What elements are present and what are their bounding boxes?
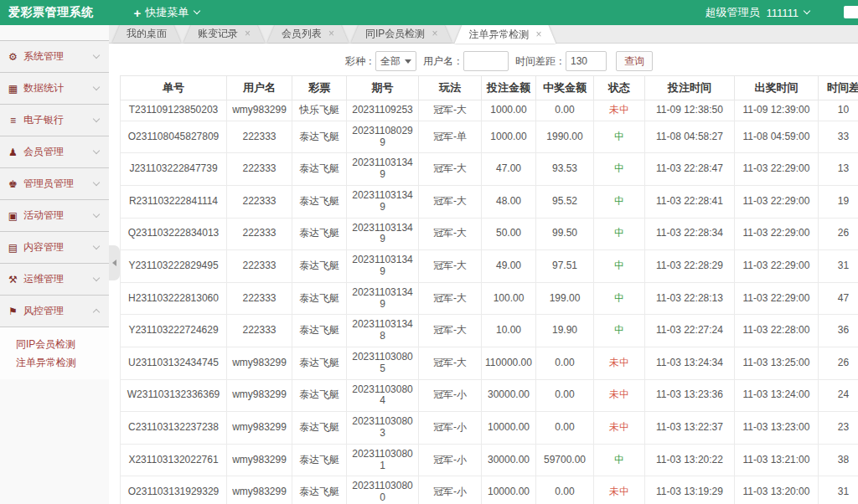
cell-bet-time: 11-03 22:28:47 xyxy=(645,153,735,186)
table-row: T231109123850203wmy983299快乐飞艇20231109253… xyxy=(121,100,858,121)
cell-time-diff: 33 xyxy=(819,121,858,153)
chevron-icon xyxy=(93,51,100,58)
cell-bet-amount: 1000.00 xyxy=(482,100,536,121)
sidebar-item[interactable]: ♚ 管理员管理 xyxy=(0,168,109,200)
quick-menu-button[interactable]: + 快捷菜单 xyxy=(134,5,200,20)
member-icon: ♟ xyxy=(7,147,19,158)
username-label: 用户名： xyxy=(423,54,463,69)
logout-icon[interactable] xyxy=(844,6,858,18)
cell-order-no: W231103132336369 xyxy=(121,379,227,412)
cell-win-amount: 0.00 xyxy=(536,379,594,412)
bet-anomaly-table: 单号用户名彩票期号玩法投注金额中奖金额状态投注时间出奖时间时间差 T231109… xyxy=(120,75,858,504)
tab[interactable]: 我的桌面 xyxy=(112,25,181,43)
cell-win-amount: 0.00 xyxy=(536,412,594,445)
content-icon: ▤ xyxy=(7,242,19,254)
sidebar-collapse-handle[interactable] xyxy=(109,245,120,280)
lottery-type-select[interactable]: 全部 xyxy=(375,51,416,71)
tab[interactable]: 账变记录× xyxy=(183,25,265,43)
cell-play: 冠军-大 xyxy=(419,315,482,347)
cell-username: wmy983299 xyxy=(227,444,292,476)
cell-draw-time: 11-03 22:29:00 xyxy=(735,153,819,186)
tab[interactable]: 同IP会员检测× xyxy=(351,25,452,43)
sidebar-item-label: 管理员管理 xyxy=(23,177,74,191)
cell-win-amount: 0.00 xyxy=(536,476,594,504)
username-input[interactable] xyxy=(463,51,509,71)
table-row: W231103132336369wmy983299泰达飞艇20231103080… xyxy=(121,379,858,412)
cell-draw-time: 11-03 13:20:00 xyxy=(735,476,819,504)
chevron-icon xyxy=(93,115,100,121)
cell-lottery: 泰达飞艇 xyxy=(292,444,347,476)
cell-win-amount: 93.53 xyxy=(536,153,594,186)
cell-time-diff: 47 xyxy=(819,282,858,315)
sidebar-item[interactable]: ▣ 活动管理 xyxy=(0,200,109,232)
cell-lottery: 泰达飞艇 xyxy=(292,250,347,283)
risk-icon: ⚑ xyxy=(7,306,19,317)
cell-lottery: 泰达飞艇 xyxy=(292,121,347,153)
sidebar-item-label: 内容管理 xyxy=(23,240,64,255)
cell-issue-no: 202311030803 xyxy=(347,412,419,445)
sidebar-item[interactable]: ▤ 内容管理 xyxy=(0,232,109,264)
cell-lottery: 泰达飞艇 xyxy=(292,379,347,412)
sidebar-item[interactable]: ≡ 电子银行 xyxy=(0,105,109,136)
cell-status: 未中 xyxy=(594,347,645,379)
column-header-bet-time: 投注时间 xyxy=(645,76,735,100)
column-header-lottery: 彩票 xyxy=(292,76,347,100)
activity-icon: ▣ xyxy=(7,210,19,222)
cell-status: 未中 xyxy=(594,412,645,445)
cell-username: 222333 xyxy=(227,282,292,315)
cell-draw-time: 11-03 13:25:00 xyxy=(735,347,819,379)
cell-draw-time: 11-03 22:29:00 xyxy=(735,218,819,250)
cell-bet-time: 11-03 13:24:34 xyxy=(645,347,735,379)
cell-bet-time: 11-03 22:27:24 xyxy=(645,315,735,347)
chevron-icon xyxy=(93,274,100,280)
cell-lottery: 泰达飞艇 xyxy=(292,412,347,445)
column-header-order-no: 单号 xyxy=(121,76,227,100)
admin-dropdown[interactable]: 超级管理员 111111 xyxy=(705,5,809,20)
cell-bet-amount: 1000.00 xyxy=(482,121,536,153)
sidebar-subitem[interactable]: 注单异常检测 xyxy=(0,353,109,372)
sidebar-item[interactable]: ▦ 数据统计 xyxy=(0,73,109,105)
table-row: Q231103222834013222333泰达飞艇202311031349冠军… xyxy=(121,218,858,250)
cell-bet-time: 11-03 13:20:22 xyxy=(645,444,735,476)
cell-issue-no: 202311030800 xyxy=(347,476,419,504)
cell-status: 中 xyxy=(594,218,645,250)
cell-order-no: Y231103222724629 xyxy=(121,315,227,347)
cell-time-diff: 10 xyxy=(819,100,858,121)
cell-play: 冠军-大 xyxy=(419,282,482,315)
sidebar-subitem[interactable]: 同IP会员检测 xyxy=(0,335,109,353)
cell-lottery: 快乐飞艇 xyxy=(292,100,347,121)
ops-icon: ⚒ xyxy=(7,274,19,285)
cell-lottery: 泰达飞艇 xyxy=(292,347,347,379)
admin-name: 111111 xyxy=(766,7,799,19)
content-panel: 彩种： 全部 用户名： 时间差距： 查询 单号用户名彩票期号玩法投注金额中奖金额… xyxy=(109,44,858,504)
cell-bet-amount: 49.00 xyxy=(482,250,536,283)
sidebar-item-label: 活动管理 xyxy=(23,208,64,223)
tab-close-icon[interactable]: × xyxy=(245,28,251,39)
cell-bet-time: 11-03 22:28:34 xyxy=(645,218,735,250)
tab-close-icon[interactable]: × xyxy=(328,28,334,39)
cell-order-no: J231103222847739 xyxy=(121,153,227,186)
table-row: Y231103222829495222333泰达飞艇202311031349冠军… xyxy=(121,250,858,283)
cell-time-diff: 24 xyxy=(819,379,858,412)
tab-close-icon[interactable]: × xyxy=(432,28,437,39)
cell-username: 222333 xyxy=(227,185,292,218)
cell-order-no: C231103132237238 xyxy=(121,412,227,445)
tab[interactable]: 注单异常检测× xyxy=(454,25,556,44)
tab[interactable]: 会员列表× xyxy=(267,25,349,43)
cell-bet-amount: 100.00 xyxy=(482,282,536,315)
table-header-row: 单号用户名彩票期号玩法投注金额中奖金额状态投注时间出奖时间时间差 xyxy=(121,76,858,100)
sidebar-item[interactable]: ♟ 会员管理 xyxy=(0,136,109,168)
sidebar-item-label: 运维管理 xyxy=(23,272,64,286)
cell-bet-time: 11-08 04:58:27 xyxy=(645,121,735,153)
sidebar-item[interactable]: ⚑ 风控管理 xyxy=(0,296,109,327)
search-button[interactable]: 查询 xyxy=(616,51,653,71)
cell-status: 中 xyxy=(594,121,645,153)
cell-win-amount: 199.00 xyxy=(536,282,594,315)
cell-time-diff: 31 xyxy=(819,250,858,283)
cell-time-diff: 31 xyxy=(819,476,858,504)
sidebar-item[interactable]: ⚒ 运维管理 xyxy=(0,264,109,296)
time-diff-input[interactable] xyxy=(566,51,607,71)
tab-close-icon[interactable]: × xyxy=(535,28,541,40)
cell-bet-amount: 10000.00 xyxy=(482,412,536,445)
sidebar-item[interactable]: ⚙ 系统管理 xyxy=(0,41,109,73)
